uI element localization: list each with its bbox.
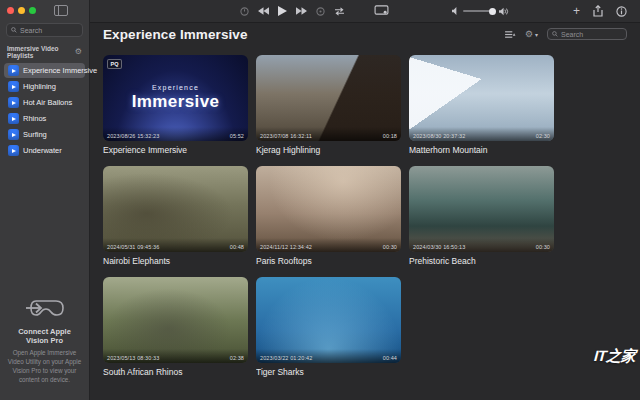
video-thumbnail[interactable]: 2023/08/30 20:37:32 02:30 xyxy=(409,55,554,141)
playlist-icon xyxy=(8,65,19,76)
timer-icon[interactable] xyxy=(240,7,249,16)
video-card[interactable]: 2024/05/31 09:45:36 00:48 Nairobi Elepha… xyxy=(103,166,248,266)
library-search-input[interactable]: Search xyxy=(547,28,627,40)
main-area: + Experience Immersive ⚙ ▾ Search xyxy=(90,0,640,400)
minimize-window-button[interactable] xyxy=(18,7,25,14)
sidebar-search-placeholder: Search xyxy=(20,27,42,34)
video-duration: 02:30 xyxy=(536,133,550,139)
rewind-icon[interactable] xyxy=(258,7,269,15)
video-card[interactable]: 2024/11/12 12:34:42 00:30 Paris Rooftops xyxy=(256,166,401,266)
playlist-icon xyxy=(8,81,19,92)
sidebar-playlist-item[interactable]: Rhinos xyxy=(4,111,85,126)
video-timestamp: 2023/05/13 08:30:33 xyxy=(107,355,159,361)
video-title: South African Rhinos xyxy=(103,367,248,377)
sidebar-playlist-item[interactable]: Experience Immersive xyxy=(4,63,85,78)
loop-icon[interactable] xyxy=(334,7,345,16)
sidebar-playlist-item[interactable]: Hot Air Ballons xyxy=(4,95,85,110)
video-thumbnail[interactable]: 2024/11/12 12:34:42 00:30 xyxy=(256,166,401,252)
playback-controls xyxy=(240,0,345,22)
sidebar: Search Immersive Video Playlists ⚙ Exper… xyxy=(0,0,90,400)
connect-vision-pro-title: Connect Apple Vision Pro xyxy=(7,327,82,345)
list-sort-icon[interactable] xyxy=(505,30,516,39)
thumbnail-overlay: 2023/08/30 20:37:32 02:30 xyxy=(409,127,554,141)
thumbnail-overlay: 2023/03/22 01:20:42 00:44 xyxy=(256,349,401,363)
volume-slider[interactable] xyxy=(463,10,495,12)
vision-pro-connect-icon xyxy=(24,297,66,321)
video-timestamp: 2024/03/30 16:50:13 xyxy=(413,244,465,250)
video-thumbnail[interactable]: 2023/07/08 16:32:11 00:18 xyxy=(256,55,401,141)
sidebar-playlist-item[interactable]: Underwater xyxy=(4,143,85,158)
sidebar-toggle-icon[interactable] xyxy=(54,5,68,16)
playlists-section-title: Immersive Video Playlists xyxy=(7,45,75,59)
playlist-list: Experience Immersive Highlining Hot Air … xyxy=(0,62,89,159)
thumbnail-overlay: 2024/05/31 09:45:36 00:48 xyxy=(103,238,248,252)
video-timestamp: 2023/08/26 15:32:23 xyxy=(107,133,159,139)
playlist-icon xyxy=(8,97,19,108)
sidebar-playlist-item[interactable]: Surfing xyxy=(4,127,85,142)
fast-forward-icon[interactable] xyxy=(296,7,307,15)
window-controls xyxy=(0,0,89,20)
video-timestamp: 2023/08/30 20:37:32 xyxy=(413,133,465,139)
info-icon[interactable] xyxy=(616,6,627,17)
thumbnail-overlay: 2023/07/08 16:32:11 00:18 xyxy=(256,127,401,141)
video-title: Paris Rooftops xyxy=(256,256,401,266)
sidebar-playlist-item[interactable]: Highlining xyxy=(4,79,85,94)
playlist-label: Highlining xyxy=(23,82,56,91)
video-thumbnail[interactable]: 2024/05/31 09:45:36 00:48 xyxy=(103,166,248,252)
playlist-label: Rhinos xyxy=(23,114,46,123)
share-icon[interactable] xyxy=(593,5,603,17)
app-window: Search Immersive Video Playlists ⚙ Exper… xyxy=(0,0,640,400)
video-duration: 05:52 xyxy=(230,133,244,139)
video-duration: 02:38 xyxy=(230,355,244,361)
video-title: Prehistoric Beach xyxy=(409,256,554,266)
video-duration: 00:44 xyxy=(383,355,397,361)
poster-line1: Experience xyxy=(152,84,199,91)
video-card[interactable]: PQ Experience Immersive 2023/08/26 15:32… xyxy=(103,55,248,155)
thumbnail-overlay: 2023/08/26 15:32:23 05:52 xyxy=(103,127,248,141)
video-title: Experience Immersive xyxy=(103,145,248,155)
play-icon[interactable] xyxy=(278,6,287,16)
toolbar: + xyxy=(90,0,640,23)
chevron-down-icon: ▾ xyxy=(535,31,538,38)
sidebar-search-input[interactable]: Search xyxy=(6,23,83,37)
video-card[interactable]: 2024/03/30 16:50:13 00:30 Prehistoric Be… xyxy=(409,166,554,266)
thumbnail-overlay: 2024/03/30 16:50:13 00:30 xyxy=(409,238,554,252)
video-card[interactable]: 2023/07/08 16:32:11 00:18 Kjerag Highlin… xyxy=(256,55,401,155)
poster-line2: Immersive xyxy=(132,92,220,112)
video-duration: 00:30 xyxy=(536,244,550,250)
view-options-dropdown[interactable]: ⚙ ▾ xyxy=(525,30,538,39)
video-duration: 00:18 xyxy=(383,133,397,139)
video-title: Nairobi Elephants xyxy=(103,256,248,266)
video-thumbnail[interactable]: 2023/05/13 08:30:33 02:38 xyxy=(103,277,248,363)
video-timestamp: 2023/07/08 16:32:11 xyxy=(260,133,312,139)
pq-badge: PQ xyxy=(107,59,122,69)
video-thumbnail[interactable]: 2024/03/30 16:50:13 00:30 xyxy=(409,166,554,252)
video-card[interactable]: 2023/05/13 08:30:33 02:38 South African … xyxy=(103,277,248,377)
view-options-gear-icon: ⚙ xyxy=(525,30,533,39)
volume-low-icon[interactable] xyxy=(452,7,459,15)
playlist-icon xyxy=(8,145,19,156)
video-title: Matterhorn Mountain xyxy=(409,145,554,155)
page-header: Experience Immersive ⚙ ▾ Search xyxy=(90,23,640,45)
video-card[interactable]: 2023/03/22 01:20:42 00:44 Tiger Sharks xyxy=(256,277,401,377)
stop-circle-icon[interactable] xyxy=(316,7,325,16)
screen-mirroring-icon[interactable] xyxy=(374,5,389,16)
playlists-section-header: Immersive Video Playlists ⚙ xyxy=(0,41,89,62)
video-thumbnail[interactable]: 2023/03/22 01:20:42 00:44 xyxy=(256,277,401,363)
video-card[interactable]: 2023/08/30 20:37:32 02:30 Matterhorn Mou… xyxy=(409,55,554,155)
playlists-gear-icon[interactable]: ⚙ xyxy=(75,48,82,56)
thumbnail-overlay: 2023/05/13 08:30:33 02:38 xyxy=(103,349,248,363)
connect-vision-pro-description: Open Apple Immersive Video Utility on yo… xyxy=(7,348,82,385)
search-icon xyxy=(11,27,17,33)
volume-control xyxy=(452,0,509,22)
header-controls: ⚙ ▾ Search xyxy=(505,28,627,40)
video-duration: 00:48 xyxy=(230,244,244,250)
volume-high-icon[interactable] xyxy=(499,7,509,16)
video-thumbnail[interactable]: PQ Experience Immersive 2023/08/26 15:32… xyxy=(103,55,248,141)
zoom-window-button[interactable] xyxy=(29,7,36,14)
add-icon[interactable]: + xyxy=(573,5,580,17)
video-grid: PQ Experience Immersive 2023/08/26 15:32… xyxy=(90,45,640,387)
volume-slider-knob[interactable] xyxy=(489,8,496,15)
toolbar-right: + xyxy=(573,0,627,22)
close-window-button[interactable] xyxy=(7,7,14,14)
